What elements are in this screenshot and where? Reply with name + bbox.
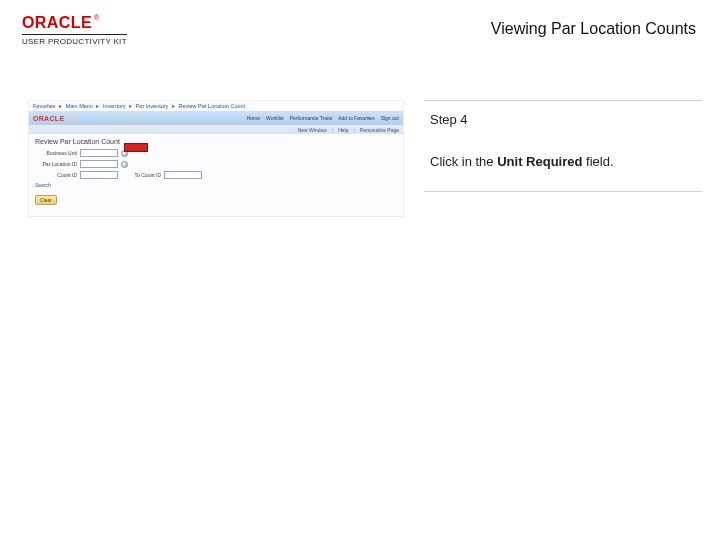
link-new-window[interactable]: New Window <box>298 127 327 133</box>
tab-home[interactable]: Home <box>247 115 260 121</box>
brand-tm: ® <box>94 14 99 21</box>
app-brand: ORACLE <box>33 115 64 122</box>
instruction-panel: Step 4 Click in the Unit Required field. <box>424 100 702 192</box>
tab-performance-trace[interactable]: Performance Trace <box>290 115 333 121</box>
instruction-bold: Unit Required <box>497 154 582 169</box>
lookup-icon[interactable] <box>121 161 128 168</box>
label-business-unit: Business Unit <box>35 150 77 156</box>
brand-name: ORACLE <box>22 14 92 31</box>
global-tabs: Home Worklist Performance Trace Add to F… <box>247 115 399 121</box>
instruction-prefix: Click in the <box>430 154 497 169</box>
label-count-id: Count ID <box>35 172 77 178</box>
breadcrumb-item[interactable]: Review Par Location Count <box>178 103 245 109</box>
tab-add-favorites[interactable]: Add to Favorites <box>338 115 374 121</box>
instruction-suffix: field. <box>582 154 613 169</box>
page-title: Viewing Par Location Counts <box>491 20 696 38</box>
highlight-marker <box>124 143 148 152</box>
instruction-text: Click in the Unit Required field. <box>430 153 700 171</box>
breadcrumb-item[interactable]: Favorites <box>33 103 56 109</box>
breadcrumb-item[interactable]: Main Menu <box>66 103 93 109</box>
search-link[interactable]: Search <box>35 182 397 188</box>
section-heading: Review Par Location Count <box>29 134 403 147</box>
link-help[interactable]: Help <box>338 127 348 133</box>
brand-subtitle: USER PRODUCTIVITY KIT <box>22 34 127 46</box>
label-to-count-id: To Count ID <box>121 172 161 178</box>
breadcrumb-item[interactable]: Inventory <box>103 103 126 109</box>
tab-sign-out[interactable]: Sign out <box>381 115 399 121</box>
app-screenshot: Favorites ▸ Main Menu ▸ Inventory ▸ Par … <box>28 100 404 217</box>
clear-button[interactable]: Clear <box>35 195 57 205</box>
step-label: Step 4 <box>430 111 700 129</box>
to-count-id-field[interactable] <box>164 171 202 179</box>
business-unit-field[interactable] <box>80 149 118 157</box>
count-id-field[interactable] <box>80 171 118 179</box>
breadcrumb: Favorites ▸ Main Menu ▸ Inventory ▸ Par … <box>29 101 403 111</box>
link-personalize[interactable]: Personalize Page <box>360 127 399 133</box>
tab-worklist[interactable]: Worklist <box>266 115 284 121</box>
breadcrumb-item[interactable]: Par Inventory <box>136 103 169 109</box>
logo-block: ORACLE® USER PRODUCTIVITY KIT <box>22 14 127 46</box>
label-par-location: Par Location ID <box>35 161 77 167</box>
par-location-field[interactable] <box>80 160 118 168</box>
